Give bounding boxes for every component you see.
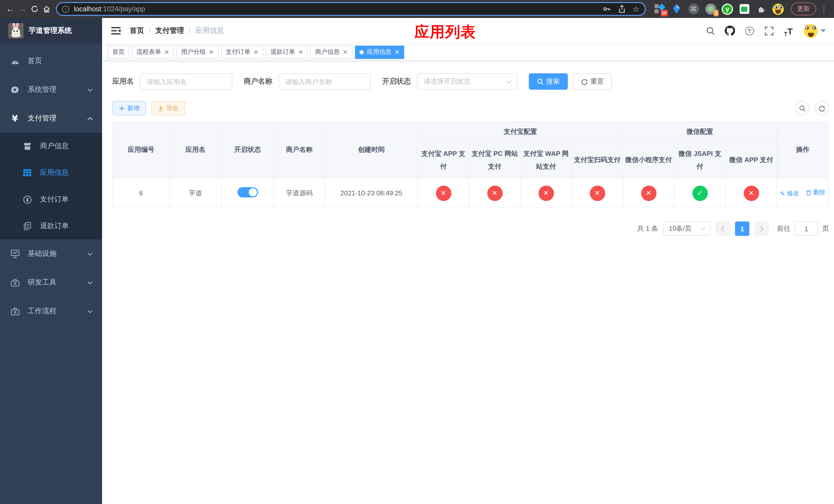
goto-page-input[interactable]: [794, 222, 818, 236]
close-icon[interactable]: ✕: [395, 48, 400, 55]
extension-y-icon[interactable]: y: [722, 3, 733, 15]
sidebar-item-label: 基础设施: [28, 249, 87, 258]
tab-merchant-info[interactable]: 商户信息✕: [311, 45, 353, 59]
group-header-wechat: 微信配置: [623, 122, 777, 142]
reset-button[interactable]: 重置: [573, 73, 612, 90]
close-icon[interactable]: ✕: [298, 48, 303, 55]
prev-page-button[interactable]: [716, 222, 730, 236]
cell-created: 2021-10-23 08:49:25: [325, 178, 418, 208]
extensions-puzzle-icon[interactable]: [755, 3, 767, 15]
sidebar-item-workflow[interactable]: 工作流程: [0, 297, 102, 326]
cell-actions: ✎修改 删除: [777, 178, 829, 208]
profile-avatar-icon[interactable]: [772, 3, 784, 15]
next-page-button[interactable]: [754, 222, 769, 236]
close-icon[interactable]: ✕: [254, 48, 259, 55]
chevron-down-icon: [506, 80, 512, 83]
close-icon[interactable]: ✕: [164, 48, 169, 55]
col-header-actions: 操作: [777, 122, 829, 178]
col-header-wechat-jsapi: 微信 JSAPI 支付: [674, 142, 725, 178]
extension-recorder-icon[interactable]: 1: [705, 3, 716, 15]
extension-chat-icon[interactable]: [739, 3, 750, 15]
fullscreen-icon[interactable]: [763, 25, 775, 37]
browser-home-icon[interactable]: [42, 2, 52, 16]
merchant-name-input[interactable]: [279, 73, 371, 90]
extension-blocks-icon[interactable]: 10: [654, 3, 665, 15]
wechat-jsapi-status-icon: ✓: [692, 185, 707, 201]
table-toolbar: 新增 导出: [112, 101, 829, 115]
search-icon[interactable]: [704, 25, 717, 37]
refresh-table-icon[interactable]: [814, 101, 829, 115]
tab-app-info-active[interactable]: 应用信息✕: [355, 45, 404, 59]
sidebar-item-app-info[interactable]: 应用信息: [0, 159, 102, 186]
page-size-select[interactable]: 10条/页: [663, 222, 710, 236]
sidebar-logo[interactable]: 芋道管理系统: [0, 18, 102, 44]
logo-avatar: [8, 23, 24, 39]
bookmark-star-icon[interactable]: ☆: [633, 4, 640, 14]
breadcrumb-payment[interactable]: 支付管理: [155, 26, 184, 36]
delete-link[interactable]: 删除: [806, 188, 826, 197]
plus-icon: [119, 105, 125, 111]
close-icon[interactable]: ✕: [343, 48, 348, 55]
sidebar-item-merchant-info[interactable]: 商户信息: [0, 133, 102, 159]
extension-kite-icon[interactable]: [671, 3, 682, 15]
toggle-search-icon[interactable]: [795, 101, 809, 115]
extension-badge-10: 10: [660, 10, 668, 16]
extension-command-icon[interactable]: ⌘: [688, 3, 699, 15]
wechat-app-status-icon: ✕: [744, 185, 759, 201]
sidebar-item-home[interactable]: 首页: [0, 47, 102, 75]
status-select[interactable]: 请选择开启状态: [417, 73, 518, 90]
sidebar: 芋道管理系统 首页 系统管理: [0, 18, 102, 504]
dashboard-icon: [10, 57, 20, 65]
font-size-icon[interactable]: TT: [782, 25, 794, 37]
add-button[interactable]: 新增: [112, 101, 146, 115]
col-header-alipay-wap: 支付宝 WAP 网站支付: [520, 142, 572, 178]
sidebar-item-dev-tools[interactable]: 研发工具: [0, 268, 102, 297]
sidebar-item-pay-order[interactable]: 支付订单: [0, 186, 102, 213]
browser-menu-icon[interactable]: ⋮: [820, 4, 828, 14]
page-number-1[interactable]: 1: [735, 222, 749, 236]
sidebar-item-system[interactable]: 系统管理: [0, 75, 102, 104]
sidebar-collapse-icon[interactable]: [110, 25, 122, 37]
url-bar[interactable]: i localhost:1024/pay/app ☆: [56, 2, 646, 16]
edit-icon: ✎: [780, 190, 785, 197]
tab-refund-order[interactable]: 退款订单✕: [266, 45, 308, 59]
browser-back-icon[interactable]: ←: [5, 2, 15, 16]
close-icon[interactable]: ✕: [209, 48, 214, 55]
password-key-icon[interactable]: [602, 5, 611, 13]
search-button[interactable]: 搜索: [529, 73, 568, 90]
browser-reload-icon[interactable]: [29, 2, 40, 16]
active-dot: [360, 50, 364, 54]
tab-user-group[interactable]: 用户分组✕: [176, 45, 219, 59]
alipay-qr-status-icon: ✕: [590, 185, 605, 201]
url-text[interactable]: localhost:1024/pay/app: [74, 5, 145, 13]
tab-pay-order[interactable]: 支付订单✕: [221, 45, 263, 59]
alipay-wap-status-icon: ✕: [538, 185, 554, 201]
user-avatar[interactable]: [804, 24, 826, 38]
edit-link[interactable]: ✎修改: [780, 189, 799, 198]
col-header-alipay-qr: 支付宝扫码支付: [572, 142, 623, 178]
sidebar-item-payment[interactable]: ¥ 支付管理: [0, 104, 102, 133]
wechat-mini-status-icon: ✕: [641, 185, 656, 201]
sidebar-item-refund-order[interactable]: 退款订单: [0, 213, 102, 239]
cell-merchant: 芋道源码: [273, 178, 325, 208]
sidebar-item-infra[interactable]: 基础设施: [0, 239, 102, 268]
tab-home[interactable]: 首页: [108, 45, 129, 59]
status-toggle[interactable]: [237, 187, 258, 198]
browser-forward-icon[interactable]: →: [18, 2, 28, 16]
share-icon[interactable]: [618, 5, 626, 13]
help-icon[interactable]: ?: [743, 25, 755, 37]
page-title-annotation: 应用列表: [414, 22, 476, 43]
app-name-input[interactable]: [140, 73, 232, 90]
sidebar-item-label: 退款订单: [40, 222, 93, 231]
yen-icon: ¥: [10, 113, 20, 123]
tab-process-form[interactable]: 流程表单✕: [132, 45, 174, 59]
download-icon: [158, 105, 163, 111]
breadcrumb-home[interactable]: 首页: [130, 26, 144, 36]
goto-suffix: 页: [822, 224, 829, 233]
github-icon[interactable]: [724, 25, 736, 37]
cell-app-name: 芋道: [170, 178, 221, 208]
site-info-icon[interactable]: i: [62, 5, 69, 13]
chrome-update-button[interactable]: 更新: [791, 3, 816, 15]
breadcrumb: 首页 / 支付管理 / 应用信息: [130, 26, 224, 36]
export-button[interactable]: 导出: [151, 101, 185, 115]
